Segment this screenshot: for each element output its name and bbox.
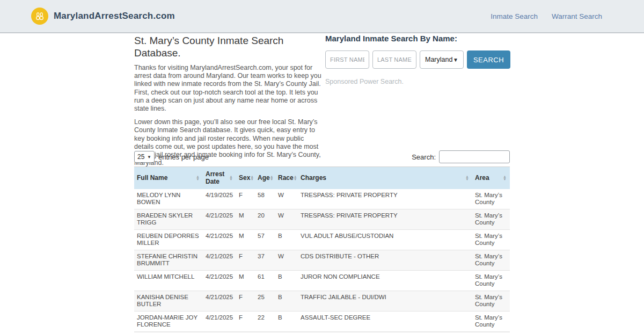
- cell-area: St. Mary’s County: [472, 250, 510, 270]
- cell-date: 4/21/2025: [203, 311, 236, 331]
- inmate-table-body: MELODY LYNN BOWEN4/19/2025F58WTRESPASS: …: [134, 189, 510, 333]
- cell-race: B: [275, 229, 298, 250]
- cell-name: BRAEDEN SKYLER TRIGG: [134, 209, 203, 229]
- cell-sex: F: [236, 250, 255, 270]
- sort-icon: ▲▼: [270, 175, 274, 180]
- column-header-charges[interactable]: Charges ▲▼: [298, 167, 472, 189]
- nav-inmate-search-link[interactable]: Inmate Search: [491, 12, 538, 20]
- intro-paragraph-1: Thanks for visiting MarylandArrestSearch…: [134, 64, 322, 113]
- cell-age: 37: [255, 250, 275, 270]
- table-search-input[interactable]: [439, 150, 510, 163]
- name-search-form: Maryland ▼ SEARCH: [325, 50, 511, 69]
- cell-sex: F: [236, 189, 255, 209]
- sort-icon: ▲▼: [465, 175, 470, 180]
- table-row: WILLIAM MITCHELL4/21/2025M61BJUROR NON C…: [134, 270, 510, 291]
- cell-race: W: [275, 209, 298, 229]
- table-row: STEFANIE CHRISTIN BRUMMITT4/21/2025F37WC…: [134, 250, 510, 270]
- top-nav: Inmate Search Warrant Search: [491, 12, 602, 20]
- cell-age: 61: [255, 270, 275, 291]
- cell-sex: M: [236, 270, 255, 291]
- state-select[interactable]: Maryland ▼: [420, 50, 464, 69]
- column-header-race[interactable]: Race ▲▼: [275, 167, 298, 189]
- cell-race: B: [275, 311, 298, 331]
- table-row: KANISHA DENISE BUTLER4/21/2025F25BTRAFFI…: [134, 291, 510, 311]
- site-header: MarylandArrestSearch.com Inmate Search W…: [0, 0, 644, 33]
- page-size-select[interactable]: 25 ▼: [134, 151, 155, 163]
- cell-age: 25: [255, 291, 275, 311]
- column-header-area[interactable]: Area ▲▼: [472, 167, 510, 189]
- page-size-value: 25: [137, 153, 144, 161]
- name-search-section: Maryland Inmate Search By Name: Maryland…: [325, 34, 511, 85]
- cell-charges: VUL ADULT ABUSE/CUSTODIAN: [298, 229, 472, 250]
- chevron-down-icon: ▼: [147, 155, 151, 160]
- cell-race: W: [275, 189, 298, 209]
- cell-area: St. Mary’s County: [472, 189, 510, 209]
- cell-date: 4/21/2025: [203, 250, 236, 270]
- entries-per-page-label: entries per page: [158, 153, 209, 161]
- table-controls: 25 ▼ entries per page Search:: [134, 150, 510, 163]
- first-name-input[interactable]: [325, 50, 369, 69]
- column-header-sex[interactable]: Sex ▲▼: [236, 167, 255, 189]
- cell-age: 58: [255, 189, 275, 209]
- sort-icon: ▲▼: [229, 175, 233, 180]
- page: MarylandArrestSearch.com Inmate Search W…: [0, 0, 644, 333]
- cell-name: JORDAN-MARIE JOY FLORENCE: [134, 311, 203, 331]
- column-header-full-name[interactable]: Full Name ▲▼: [134, 167, 203, 189]
- search-button[interactable]: SEARCH: [467, 50, 510, 69]
- cell-sex: M: [236, 229, 255, 250]
- table-search-controls: Search:: [412, 150, 510, 163]
- cell-date: 4/21/2025: [203, 270, 236, 291]
- cell-age: 22: [255, 311, 275, 331]
- cell-name: STEFANIE CHRISTIN BRUMMITT: [134, 250, 203, 270]
- sort-icon: ▲▼: [196, 175, 200, 180]
- cell-charges: JUROR NON COMPLIANCE: [298, 270, 472, 291]
- sort-icon: ▲▼: [250, 175, 254, 180]
- cell-area: St. Mary’s County: [472, 291, 510, 311]
- cell-date: 4/19/2025: [203, 189, 236, 209]
- table-row: MELODY LYNN BOWEN4/19/2025F58WTRESPASS: …: [134, 189, 510, 209]
- cell-name: WILLIAM MITCHELL: [134, 270, 203, 291]
- cell-age: 20: [255, 209, 275, 229]
- column-header-age[interactable]: Age ▲▼: [255, 167, 275, 189]
- cell-race: B: [275, 270, 298, 291]
- name-search-heading: Maryland Inmate Search By Name:: [325, 34, 511, 43]
- table-row: REUBEN DEPORRES MILLER4/21/2025M57BVUL A…: [134, 229, 510, 250]
- cell-date: 4/21/2025: [203, 229, 236, 250]
- handcuffs-icon: [31, 8, 48, 25]
- brand-name: MarylandArrestSearch.com: [54, 11, 175, 21]
- cell-race: B: [275, 291, 298, 311]
- sort-icon: ▲▼: [294, 175, 298, 180]
- cell-name: MELODY LYNN BOWEN: [134, 189, 203, 209]
- site-logo[interactable]: MarylandArrestSearch.com: [31, 8, 175, 25]
- cell-charges: TRESPASS: PRIVATE PROPERTY: [298, 189, 472, 209]
- cell-name: REUBEN DEPORRES MILLER: [134, 229, 203, 250]
- table-row: JORDAN-MARIE JOY FLORENCE4/21/2025F22BAS…: [134, 311, 510, 331]
- table-row: BRAEDEN SKYLER TRIGG4/21/2025M20WTRESPAS…: [134, 209, 510, 229]
- last-name-input[interactable]: [372, 50, 416, 69]
- cell-sex: F: [236, 291, 255, 311]
- page-size-controls: 25 ▼ entries per page: [134, 151, 209, 163]
- cell-area: St. Mary’s County: [472, 229, 510, 250]
- cell-area: St. Mary’s County: [472, 311, 510, 331]
- cell-charges: ASSAULT-SEC DEGREE: [298, 311, 472, 331]
- cell-sex: F: [236, 311, 255, 331]
- cell-charges: TRESPASS: PRIVATE PROPERTY: [298, 209, 472, 229]
- cell-date: 4/21/2025: [203, 291, 236, 311]
- nav-warrant-search-link[interactable]: Warrant Search: [552, 12, 602, 20]
- cell-charges: TRAFFIC JAILABLE - DUI/DWI: [298, 291, 472, 311]
- cell-area: St. Mary’s County: [472, 270, 510, 291]
- cell-name: KANISHA DENISE BUTLER: [134, 291, 203, 311]
- inmate-table-header: Full Name ▲▼ Arrest Date ▲▼ Sex ▲▼ Age ▲…: [134, 167, 510, 189]
- inmate-table: Full Name ▲▼ Arrest Date ▲▼ Sex ▲▼ Age ▲…: [134, 166, 510, 333]
- sort-icon: ▲▼: [503, 175, 507, 180]
- cell-date: 4/21/2025: [203, 209, 236, 229]
- cell-sex: M: [236, 209, 255, 229]
- cell-charges: CDS DISTRIBUTE - OTHER: [298, 250, 472, 270]
- table-search-label: Search:: [412, 153, 436, 161]
- cell-age: 57: [255, 229, 275, 250]
- cell-race: W: [275, 250, 298, 270]
- state-select-value: Maryland: [425, 56, 452, 63]
- chevron-down-icon: ▼: [453, 57, 458, 63]
- column-header-arrest-date[interactable]: Arrest Date ▲▼: [203, 167, 236, 189]
- sponsored-note: Sponsored Power Search.: [325, 78, 511, 85]
